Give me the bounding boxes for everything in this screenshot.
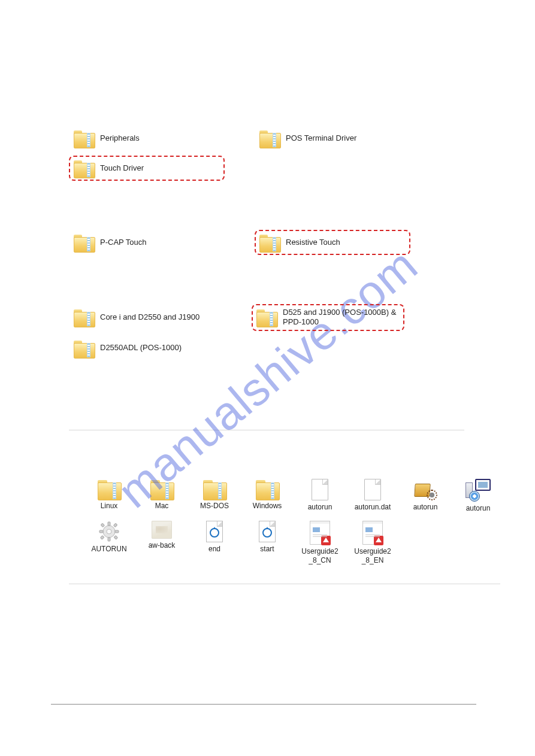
folder-row: P-CAP Touch Resistive Touch [69, 230, 476, 255]
folder-icon [74, 339, 94, 357]
file-item-start[interactable]: start [248, 521, 286, 564]
gear-icon [98, 521, 120, 542]
file-icon [364, 479, 381, 500]
folder-item-pos-terminal-driver[interactable]: POS Terminal Driver [255, 126, 410, 151]
file-label: end [208, 545, 220, 553]
folder-label: Resistive Touch [286, 238, 340, 247]
file-item-autorun[interactable]: autorun [301, 479, 339, 512]
folder-icon [259, 129, 280, 147]
folder-item-d525-j1900-pos1000b-ppd1000[interactable]: D525 and J1900 (POS-1000B) & PPD-1000 [252, 304, 404, 331]
folder-icon [74, 159, 94, 177]
file-label: Linux [101, 502, 118, 510]
document-body: Peripherals POS Terminal Driver Touch Dr… [69, 126, 476, 366]
folder-item-mac[interactable]: Mac [143, 479, 181, 512]
folder-label: Core i and D2550 and J1900 [100, 312, 200, 322]
disc-page-icon [259, 521, 276, 542]
folder-row: D2550ADL (POS-1000) [69, 336, 476, 361]
file-label: autorun [466, 504, 491, 512]
folder-item-msdos[interactable]: MS-DOS [195, 479, 234, 512]
folder-label: POS Terminal Driver [286, 133, 356, 143]
folder-row: Peripherals POS Terminal Driver [69, 126, 476, 151]
svg-rect-5 [101, 524, 104, 527]
folder-icon [150, 479, 173, 499]
disc-page-icon [206, 521, 223, 542]
file-item-autorun-installer[interactable]: autorun [406, 479, 445, 512]
file-item-awback[interactable]: aw-back [143, 521, 181, 564]
computer-setup-icon [466, 479, 491, 502]
svg-rect-3 [99, 530, 103, 533]
folder-row: Touch Driver [69, 156, 476, 181]
file-item-userguide-cn[interactable]: Userguide2_8_CN [301, 521, 339, 564]
folder-item-peripherals[interactable]: Peripherals [69, 126, 225, 151]
file-label: Mac [155, 502, 169, 510]
file-label: autorun [308, 503, 333, 511]
folder-item-resistive-touch[interactable]: Resistive Touch [255, 230, 410, 255]
section-divider [69, 584, 500, 584]
file-item-autorun-setup[interactable]: autorun [459, 479, 497, 512]
folder-item-touch-driver[interactable]: Touch Driver [69, 156, 225, 181]
folder-icon [74, 308, 94, 326]
svg-rect-6 [114, 536, 117, 539]
file-grid: Linux Mac MS-DOS Windows autorun autorun… [90, 479, 533, 564]
file-label: start [260, 545, 274, 553]
folder-item-windows[interactable]: Windows [248, 479, 286, 512]
installer-icon [413, 479, 437, 500]
folder-item-linux[interactable]: Linux [90, 479, 128, 512]
folder-label: P-CAP Touch [100, 238, 147, 247]
svg-rect-7 [113, 524, 117, 527]
grid-row-1: Linux Mac MS-DOS Windows autorun autorun… [90, 479, 521, 512]
svg-rect-8 [100, 536, 104, 539]
folder-label: D525 and J1900 (POS-1000B) & PPD-1000 [283, 308, 400, 327]
folder-item-corei-d2550-j1900[interactable]: Core i and D2550 and J1900 [69, 304, 222, 331]
file-item-autorun-dat[interactable]: autorun.dat [353, 479, 392, 512]
file-item-autorun-inf[interactable]: AUTORUN [90, 521, 128, 564]
svg-point-9 [107, 529, 111, 534]
folder-label: Touch Driver [100, 163, 144, 173]
folder-row: Core i and D2550 and J1900 D525 and J190… [69, 304, 476, 331]
file-label: MS-DOS [200, 502, 229, 510]
folder-label: Peripherals [100, 133, 140, 143]
folder-icon [256, 479, 279, 499]
file-item-userguide-en[interactable]: Userguide2_8_EN [353, 521, 392, 564]
image-icon [152, 521, 172, 539]
svg-rect-1 [108, 522, 110, 526]
pdf-icon [310, 521, 330, 545]
folder-label: D2550ADL (POS-1000) [100, 343, 182, 353]
folder-icon [259, 233, 280, 251]
file-label: Userguide2_8_CN [301, 547, 339, 564]
file-label: aw-back [149, 541, 176, 549]
file-label: Userguide2_8_EN [353, 547, 392, 564]
folder-icon [256, 308, 277, 326]
folder-icon [74, 129, 94, 147]
folder-icon [74, 233, 94, 251]
svg-rect-2 [108, 538, 110, 541]
file-icon [312, 479, 328, 500]
section-divider [69, 430, 464, 430]
folder-item-pcap-touch[interactable]: P-CAP Touch [69, 230, 225, 255]
pdf-icon [362, 521, 383, 545]
file-label: Windows [253, 502, 282, 510]
svg-rect-4 [115, 530, 119, 533]
file-item-end[interactable]: end [195, 521, 234, 564]
folder-icon [98, 479, 120, 499]
folder-icon [203, 479, 226, 499]
page-footer-rule [51, 704, 476, 705]
file-label: autorun.dat [355, 503, 391, 511]
file-label: AUTORUN [91, 545, 126, 553]
grid-row-2: AUTORUN aw-back end start Userguide2_8_C… [90, 521, 521, 564]
folder-item-d2550adl-pos1000[interactable]: D2550ADL (POS-1000) [69, 336, 222, 361]
file-label: autorun [413, 503, 438, 511]
